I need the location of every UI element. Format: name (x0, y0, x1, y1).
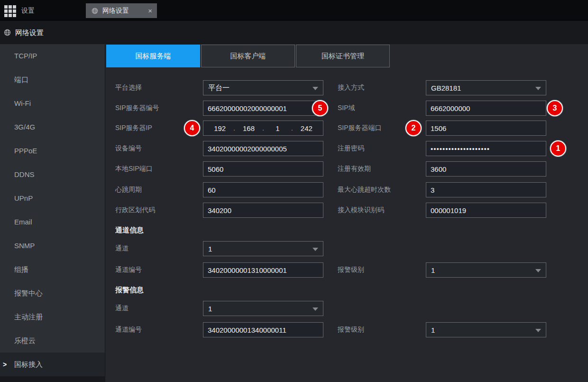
local-sip-port-label: 本地SIP端口 (115, 165, 203, 173)
ip-octet-4[interactable]: 242 (293, 124, 320, 132)
row-channel-id-alarm-level: 通道编号 报警级别 1 (115, 262, 546, 278)
alarm-level-select-value: 1 (431, 266, 435, 274)
alarm-level-label: 报警级别 (338, 266, 426, 274)
sidebar-item-snmp[interactable]: SNMP (0, 234, 105, 258)
sidebar-item-label: 国标接入 (14, 360, 43, 368)
register-password-field: 1 (426, 141, 546, 156)
callout-badge-1: 1 (550, 140, 566, 157)
device-id-field (203, 141, 323, 156)
sidebar-item-wifi[interactable]: Wi-Fi (0, 92, 105, 115)
row-alarm-channel-select: 通道 1 (115, 301, 323, 316)
topbar: 设置 网络设置 × (0, 0, 588, 19)
alarm-level2-label: 报警级别 (338, 326, 426, 334)
sip-domain-field: 3 (426, 101, 546, 116)
sidebar-item-upnp[interactable]: UPnP (0, 186, 105, 210)
chevron-down-icon (535, 87, 541, 90)
alarm-level2-select-value: 1 (431, 326, 435, 334)
alarm-channel-select-value: 1 (208, 305, 212, 313)
sip-server-ip-field: 192 . 168 . 1 . 242 4 (203, 121, 323, 136)
channel-select-value: 1 (208, 245, 212, 253)
row-channel-select: 通道 1 (115, 241, 323, 256)
local-sip-port-input[interactable] (203, 161, 323, 177)
chevron-down-icon (312, 307, 318, 311)
channel-info-section-title: 通道信息 (115, 226, 144, 235)
tab-gb-client[interactable]: 国标客户端 (201, 45, 295, 67)
sip-server-port-input[interactable] (426, 121, 546, 136)
sip-server-port-field: 2 (426, 121, 546, 136)
ip-octet-2[interactable]: 168 (235, 124, 262, 132)
sip-server-id-field: 5 (203, 101, 323, 116)
alarm-channel-id-input[interactable] (203, 322, 323, 337)
globe-icon (92, 8, 98, 14)
ip-octet-3[interactable]: 1 (264, 124, 291, 132)
sidebar-item-lechange-cloud[interactable]: 乐橙云 (0, 329, 105, 353)
register-valid-period-label: 注册有效期 (338, 165, 426, 173)
sidebar-item-auto-register[interactable]: 主动注册 (0, 305, 105, 329)
channel-select[interactable]: 1 (203, 241, 323, 256)
globe-icon (4, 29, 11, 38)
callout-badge-2: 2 (405, 120, 422, 136)
apps-grid-icon[interactable] (4, 5, 16, 17)
alarm-level-select[interactable]: 1 (426, 262, 546, 278)
platform-select[interactable]: 平台一 (203, 80, 323, 95)
sidebar-item-gb28181-access[interactable]: > 国标接入 (0, 353, 105, 376)
sidebar-item-3g4g[interactable]: 3G/4G (0, 115, 105, 139)
channel-select-field: 1 (203, 241, 323, 256)
platform-select-value: 平台一 (208, 84, 230, 93)
row-alarm-channel-id-level: 通道编号 报警级别 1 (115, 322, 546, 337)
register-valid-period-input[interactable] (426, 161, 546, 177)
sip-server-ip-input[interactable]: 192 . 168 . 1 . 242 (203, 121, 323, 136)
access-module-id-input[interactable] (426, 203, 546, 218)
access-type-select-field: GB28181 (426, 80, 546, 95)
device-id-input[interactable] (203, 141, 323, 156)
callout-badge-3: 3 (547, 100, 563, 116)
alarm-channel-label: 通道 (115, 304, 203, 313)
admin-region-code-input[interactable] (203, 203, 323, 218)
register-valid-period-field (426, 161, 546, 177)
channel-id-field (203, 262, 323, 278)
device-id-label: 设备编号 (115, 144, 203, 153)
page-title: 网络设置 (15, 21, 44, 44)
sidebar-item-alarm-center[interactable]: 报警中心 (0, 281, 105, 305)
access-type-select[interactable]: GB28181 (426, 80, 546, 95)
screen: 设置 网络设置 × 网络设置 TCP/IP 端口 Wi-Fi 3G/4G PPP… (0, 0, 588, 382)
alarm-channel-select[interactable]: 1 (203, 301, 323, 316)
callout-badge-5: 5 (312, 100, 328, 116)
sidebar-item-port[interactable]: 端口 (0, 68, 105, 92)
local-sip-port-field (203, 161, 323, 177)
alarm-channel-id-label: 通道编号 (115, 326, 203, 334)
max-heartbeat-timeout-input[interactable] (426, 182, 546, 197)
callout-badge-4: 4 (184, 120, 200, 136)
tab-gb-server[interactable]: 国标服务端 (106, 45, 200, 67)
chevron-right-icon: > (3, 353, 7, 376)
tab-settings[interactable]: 设置 (21, 3, 35, 18)
register-password-input[interactable] (426, 141, 546, 156)
sidebar-item-email[interactable]: Email (0, 210, 105, 234)
sidebar-item-ddns[interactable]: DDNS (0, 163, 105, 186)
ip-octet-1[interactable]: 192 (206, 124, 233, 132)
chevron-down-icon (535, 329, 541, 332)
alarm-channel-id-field (203, 322, 323, 337)
alarm-level-select-field: 1 (426, 262, 546, 278)
row-heartbeat: 心跳周期 最大心跳超时次数 (115, 182, 546, 197)
row-device-password: 设备编号 注册密码 1 (115, 141, 546, 156)
tab-gb-cert-management[interactable]: 国标证书管理 (296, 45, 390, 67)
channel-id-input[interactable] (203, 262, 323, 278)
sip-domain-input[interactable] (426, 101, 546, 116)
alarm-channel-select-field: 1 (203, 301, 323, 316)
sip-server-id-input[interactable] (203, 101, 323, 116)
close-icon[interactable]: × (148, 7, 152, 14)
sidebar-item-multicast[interactable]: 组播 (0, 258, 105, 281)
row-sip-id-domain: SIP服务器编号 5 SIP域 3 (115, 101, 546, 116)
sidebar-bottom-strip (0, 376, 105, 382)
access-module-id-field (426, 203, 546, 218)
sip-domain-label: SIP域 (338, 104, 426, 112)
sidebar-item-tcp-ip[interactable]: TCP/IP (0, 44, 105, 68)
row-platform-access: 平台选择 平台一 接入方式 GB28181 (115, 80, 546, 95)
alarm-level2-select[interactable]: 1 (426, 322, 546, 337)
channel-id-label: 通道编号 (115, 266, 203, 274)
sidebar-item-pppoe[interactable]: PPPoE (0, 139, 105, 163)
heartbeat-period-input[interactable] (203, 182, 323, 197)
max-heartbeat-timeout-field (426, 182, 546, 197)
tab-network-settings[interactable]: 网络设置 × (86, 3, 157, 18)
